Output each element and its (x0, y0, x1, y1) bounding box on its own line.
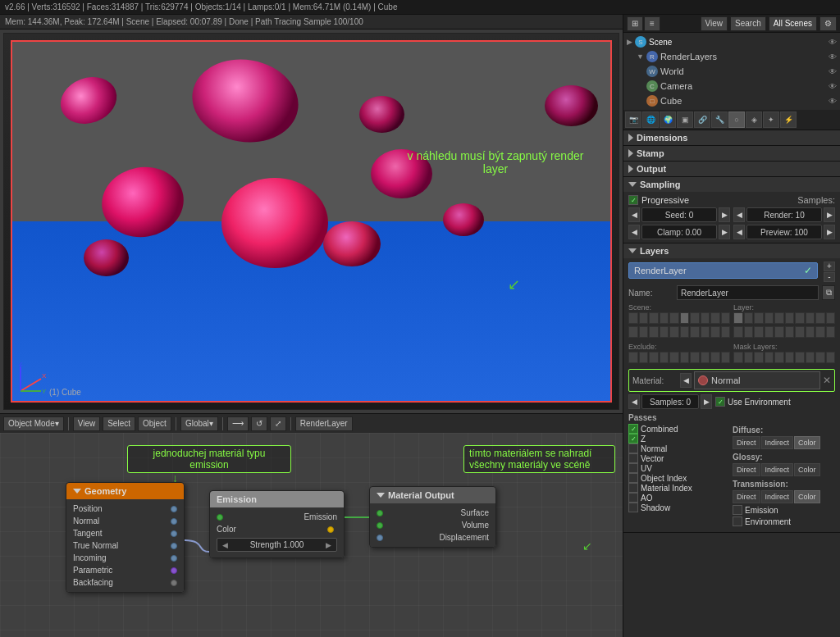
constraints-tab[interactable]: 🔗 (694, 111, 710, 128)
scene-cell-14[interactable] (660, 326, 669, 338)
glossy-color-btn[interactable]: Color (794, 463, 820, 476)
shadow-check[interactable] (628, 503, 638, 512)
seed-value[interactable]: Seed: 0 (641, 207, 717, 222)
material-clear-btn[interactable]: ✕ (823, 375, 831, 386)
layer-cell-6[interactable] (785, 312, 795, 324)
stamp-header[interactable]: Stamp (623, 146, 840, 161)
vector-check[interactable] (628, 453, 638, 463)
output-header[interactable]: Output (623, 162, 840, 176)
layer-cell-11[interactable] (733, 326, 743, 338)
search-menu-btn[interactable]: Search (730, 16, 766, 31)
scene-cell-6[interactable] (680, 312, 690, 324)
mat-samples-left[interactable]: ◀ (628, 394, 640, 409)
material-output-node[interactable]: Material Output Surface Volume Displacem… (369, 486, 496, 548)
seed-left-btn[interactable]: ◀ (628, 207, 640, 222)
exclude-c3[interactable] (649, 352, 659, 363)
mat-samples-value[interactable]: Samples: 0 (641, 394, 699, 409)
exclude-c1[interactable] (628, 352, 638, 363)
emission-pass-check[interactable] (733, 505, 742, 515)
add-layer-btn[interactable]: + (824, 262, 835, 271)
exclude-grid[interactable] (628, 352, 730, 363)
scene-cell-8[interactable] (701, 312, 710, 324)
preview-right-btn[interactable]: ▶ (824, 225, 835, 239)
scene-cell-10[interactable] (721, 312, 731, 324)
normal-socket[interactable] (171, 518, 177, 525)
mask-c7[interactable] (795, 352, 805, 363)
clamp-right-btn[interactable]: ▶ (719, 225, 730, 239)
diffuse-color-btn[interactable]: Color (794, 436, 820, 449)
scene-cell-16[interactable] (680, 326, 690, 338)
mask-grid[interactable] (733, 352, 835, 363)
incoming-socket[interactable] (171, 555, 177, 562)
translate-icon[interactable]: ⟶ (227, 416, 249, 431)
trans-indirect-btn[interactable]: Indirect (761, 490, 794, 503)
exclude-c2[interactable] (639, 352, 649, 363)
seed-right-btn[interactable]: ▶ (719, 207, 730, 222)
exclude-c5[interactable] (669, 352, 679, 363)
z-check[interactable]: ✓ (628, 434, 638, 444)
scene-cell-20[interactable] (721, 326, 731, 338)
displacement-socket[interactable] (377, 535, 383, 541)
material-left-btn[interactable]: ◀ (680, 373, 692, 388)
geometry-node[interactable]: Geometry Position Normal Tangent (66, 482, 185, 593)
exclude-c10[interactable] (721, 352, 731, 363)
backfacing-socket[interactable] (171, 580, 177, 586)
clamp-left-btn[interactable]: ◀ (628, 225, 640, 239)
exclude-c6[interactable] (680, 352, 690, 363)
outliner-list-btn[interactable]: ≡ (644, 16, 660, 31)
tree-cube[interactable]: □ Cube 👁 (633, 93, 840, 108)
surface-socket[interactable] (377, 510, 383, 516)
trans-color-btn[interactable]: Color (794, 490, 820, 503)
layer-cell-16[interactable] (785, 326, 795, 338)
mask-c5[interactable] (774, 352, 784, 363)
exclude-c4[interactable] (660, 352, 669, 363)
mask-c4[interactable] (765, 352, 774, 363)
scene-cell-17[interactable] (690, 326, 700, 338)
tree-scene[interactable]: ▶ S Scene 👁 (623, 34, 840, 49)
scene-cell-12[interactable] (639, 326, 649, 338)
scene-cell-3[interactable] (649, 312, 659, 324)
scene-cell-4[interactable] (660, 312, 669, 324)
name-copy-btn[interactable]: ⧉ (822, 285, 835, 300)
name-input[interactable] (677, 285, 819, 300)
layer-cell-14[interactable] (765, 326, 774, 338)
layer-cell-5[interactable] (774, 312, 784, 324)
obj-index-check[interactable] (628, 473, 638, 483)
mask-c10[interactable] (826, 352, 836, 363)
scene-cell-11[interactable] (628, 326, 638, 338)
layer-cell-19[interactable] (815, 326, 825, 338)
progressive-checkbox[interactable]: ✓ (628, 195, 638, 205)
scene-tab[interactable]: 🌐 (642, 111, 659, 128)
preview-value[interactable]: Preview: 100 (746, 225, 822, 239)
scene-cell-13[interactable] (649, 326, 659, 338)
select-btn[interactable]: Select (103, 416, 135, 431)
tree-world[interactable]: W World 👁 (633, 64, 840, 79)
truenormal-socket[interactable] (171, 543, 177, 549)
material-dropdown[interactable]: Normal (694, 371, 820, 389)
scene-layer-grid[interactable] (628, 312, 730, 324)
scene-cell-1[interactable] (628, 312, 638, 324)
trans-direct-btn[interactable]: Direct (733, 490, 760, 503)
layer-cell-12[interactable] (744, 326, 754, 338)
outliner-filter-btn[interactable]: ⚙ (819, 16, 837, 31)
rotate-icon[interactable]: ↺ (251, 416, 267, 431)
particles-tab[interactable]: ✦ (763, 111, 779, 128)
scene-cell-9[interactable] (710, 312, 720, 324)
tangent-socket[interactable] (171, 530, 177, 537)
layer-cell-18[interactable] (806, 326, 815, 338)
object-btn[interactable]: Object (138, 416, 171, 431)
scene-cell-18[interactable] (701, 326, 710, 338)
layer-cell-3[interactable] (754, 312, 764, 324)
remove-layer-btn[interactable]: - (824, 272, 835, 282)
combined-check[interactable]: ✓ (628, 424, 638, 434)
layer-cell-7[interactable] (795, 312, 805, 324)
glossy-direct-btn[interactable]: Direct (733, 463, 760, 476)
emission-node[interactable]: Emission Emission Color ◀ (209, 490, 345, 558)
render-layer-item[interactable]: RenderLayer ✓ (628, 262, 818, 279)
color-input-socket[interactable] (327, 526, 334, 533)
scene-cell-19[interactable] (710, 326, 720, 338)
layer-layer-grid[interactable] (733, 312, 835, 324)
preview-left-btn[interactable]: ◀ (733, 225, 745, 239)
scale-icon[interactable]: ⤢ (270, 416, 286, 431)
material-tab[interactable]: ○ (728, 111, 745, 128)
